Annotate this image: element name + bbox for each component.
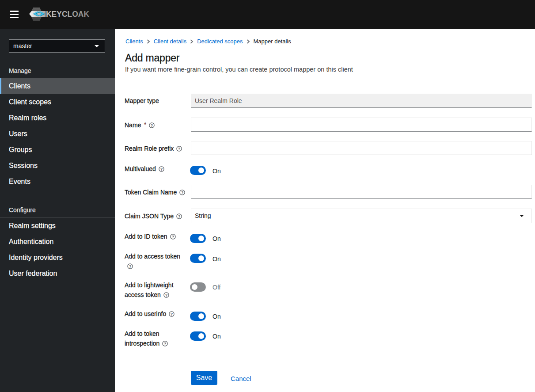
svg-text:?: ? (165, 293, 167, 297)
svg-text:?: ? (171, 235, 174, 239)
svg-text:?: ? (178, 147, 180, 151)
svg-text:?: ? (178, 214, 180, 219)
svg-text:?: ? (181, 190, 183, 195)
svg-text:?: ? (160, 167, 163, 171)
svg-text:?: ? (164, 342, 166, 346)
svg-text:?: ? (151, 123, 153, 128)
svg-text:?: ? (171, 312, 173, 316)
svg-text:?: ? (129, 264, 131, 269)
svg-text:KEYCLOAK: KEYCLOAK (46, 9, 89, 19)
